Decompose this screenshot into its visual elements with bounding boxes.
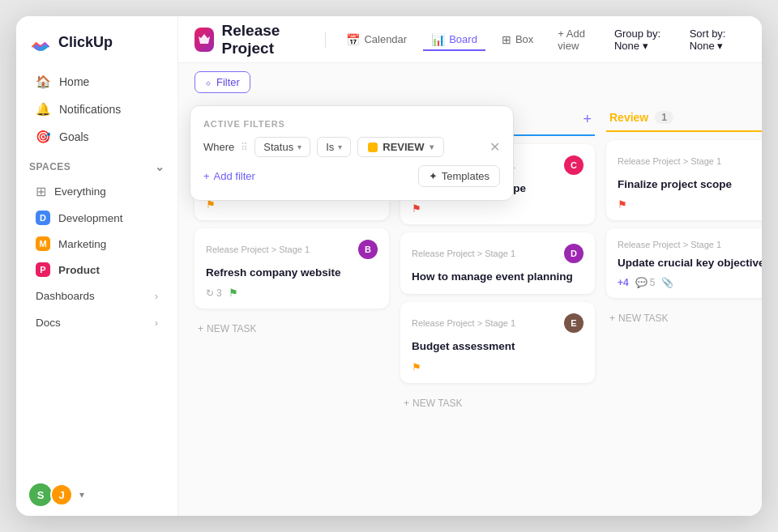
docs-label: Docs	[36, 317, 61, 329]
sidebar-item-notifications[interactable]: 🔔 Notifications	[23, 96, 171, 122]
sidebar-item-everything[interactable]: ⊞ Everything	[23, 179, 171, 204]
card-key-objectives[interactable]: Release Project > Stage 1 Update crucial…	[606, 228, 762, 298]
app-name: ClickUp	[58, 34, 113, 51]
filter-close-button[interactable]: ✕	[489, 139, 500, 155]
column-review-count: 1	[655, 111, 673, 124]
group-by-button[interactable]: Group by: None ▾	[614, 28, 678, 52]
sidebar-item-marketing[interactable]: M Marketing	[23, 232, 171, 256]
flag-icon: ⚑	[412, 361, 421, 373]
drag-handle-icon[interactable]: ⠿	[241, 142, 248, 153]
new-task-review[interactable]: + NEW TASK	[606, 306, 762, 330]
avatar: E	[564, 313, 584, 333]
templates-label: Templates	[442, 170, 489, 182]
new-task-icon: +	[198, 323, 203, 334]
card-event-planning[interactable]: Release Project > Stage 1 D How to manag…	[400, 232, 595, 294]
sidebar-item-dashboards[interactable]: Dashboards ›	[23, 283, 171, 309]
filter-label: Filter	[216, 76, 240, 88]
new-task-inprogress[interactable]: + NEW TASK	[400, 391, 595, 415]
main-content: Release Project 📅 Calendar 📊 Board ⊞ Box…	[178, 16, 762, 516]
sort-by-value: None	[690, 40, 715, 52]
add-filter-button[interactable]: + Add filter	[203, 170, 255, 182]
topbar-divider	[325, 32, 326, 48]
board-icon: 📊	[431, 33, 445, 46]
card-title: Refresh company website	[206, 266, 378, 280]
sidebar-item-goals[interactable]: 🎯 Goals	[23, 124, 171, 150]
avatar: C	[564, 155, 584, 175]
card-meta: Release Project > Stage 1 F	[618, 151, 762, 171]
group-by-value: None	[614, 40, 639, 52]
card-meta: Release Project > Stage 1 E	[412, 313, 584, 333]
card-title: Update crucial key objectives	[618, 256, 762, 270]
filter-button[interactable]: ⬦ Filter	[194, 71, 250, 93]
card-meta: Release Project > Stage 1 B	[206, 240, 378, 259]
card-title: Budget assessment	[412, 339, 584, 354]
spaces-collapse-icon[interactable]: ⌄	[155, 160, 165, 173]
marketing-space-dot: M	[36, 236, 50, 251]
sidebar-item-development[interactable]: D Development	[23, 206, 171, 230]
card-meta: Release Project > Stage 1	[618, 240, 762, 249]
column-review-header: Review 1	[606, 106, 762, 132]
active-filters-label: ACTIVE FILTERS	[203, 119, 500, 129]
sort-by-button[interactable]: Sort by: None ▾	[690, 28, 746, 52]
filter-operator-chip[interactable]: Is ▾	[317, 137, 351, 157]
avatar-s[interactable]: S	[29, 483, 52, 506]
filter-field-chip[interactable]: Status ▾	[254, 137, 310, 157]
new-task-label: NEW TASK	[207, 323, 257, 334]
templates-icon: ✦	[429, 170, 438, 182]
product-space-dot: P	[36, 262, 50, 277]
filter-where-label: Where	[203, 141, 234, 153]
flag-icon: ⚑	[618, 198, 627, 211]
tab-calendar[interactable]: 📅 Calendar	[338, 28, 415, 51]
card-budget[interactable]: Release Project > Stage 1 E Budget asses…	[400, 302, 595, 382]
group-by-arrow: ▾	[643, 40, 648, 52]
filter-value-chip[interactable]: REVIEW ▾	[357, 137, 443, 157]
svg-marker-1	[199, 34, 210, 44]
sidebar-item-product[interactable]: P Product	[23, 257, 171, 282]
card-title: Finalize project scope	[618, 177, 762, 192]
sort-by-label: Sort by:	[690, 28, 726, 40]
home-label: Home	[59, 75, 89, 88]
tab-box-label: Box	[515, 33, 533, 45]
sidebar-item-home[interactable]: 🏠 Home	[23, 69, 171, 95]
app-logo: ClickUp	[16, 31, 177, 68]
avatar: D	[564, 244, 584, 263]
dashboards-label: Dashboards	[36, 290, 95, 302]
filter-row: Where ⠿ Status ▾ Is ▾ REVIEW ▾	[203, 137, 500, 157]
everything-label: Everything	[54, 185, 106, 198]
group-by-label: Group by:	[614, 28, 660, 40]
project-icon	[194, 28, 214, 52]
paperclip-icon: 📎	[661, 277, 673, 288]
tab-calendar-label: Calendar	[364, 33, 407, 45]
new-task-todo[interactable]: + NEW TASK	[194, 317, 389, 341]
sort-by-arrow: ▾	[717, 40, 723, 52]
add-view-label: + Add view	[558, 28, 598, 52]
app-window: ClickUp 🏠 Home 🔔 Notifications 🎯 Goals S…	[16, 16, 762, 516]
card-path: Release Project > Stage 1	[618, 156, 721, 166]
tab-board[interactable]: 📊 Board	[423, 28, 485, 51]
goals-label: Goals	[59, 130, 89, 143]
card-stat-comments: 💬 5	[635, 277, 656, 288]
avatar-dropdown-icon[interactable]: ▾	[79, 489, 84, 500]
avatar-j[interactable]: J	[50, 483, 73, 506]
filter-field-arrow: ▾	[297, 143, 301, 151]
templates-button[interactable]: ✦ Templates	[418, 165, 500, 187]
spaces-section-header: Spaces ⌄	[16, 151, 177, 178]
column-review-title: Review	[609, 111, 648, 124]
filter-value-label: REVIEW	[383, 141, 424, 153]
card-finalize-scope-review[interactable]: Release Project > Stage 1 F Finalize pro…	[606, 140, 762, 220]
column-add-button[interactable]: +	[583, 111, 592, 128]
status-dot	[368, 143, 378, 152]
new-task-label: NEW TASK	[413, 398, 463, 409]
card-refresh-website[interactable]: Release Project > Stage 1 B Refresh comp…	[194, 228, 389, 309]
comment-icon: 💬	[635, 277, 648, 288]
sidebar-item-docs[interactable]: Docs ›	[23, 310, 171, 335]
flag-icon: ⚑	[412, 202, 421, 215]
project-title: Release Project	[222, 22, 312, 57]
card-stat-attachments: 📎	[661, 277, 673, 288]
card-footer: ⚑	[618, 198, 762, 211]
add-view-button[interactable]: + Add view	[549, 23, 606, 57]
filter-operator-arrow: ▾	[338, 143, 342, 151]
card-meta: Release Project > Stage 1 D	[412, 244, 584, 263]
tab-box[interactable]: ⊞ Box	[494, 28, 541, 51]
product-label: Product	[58, 264, 100, 276]
